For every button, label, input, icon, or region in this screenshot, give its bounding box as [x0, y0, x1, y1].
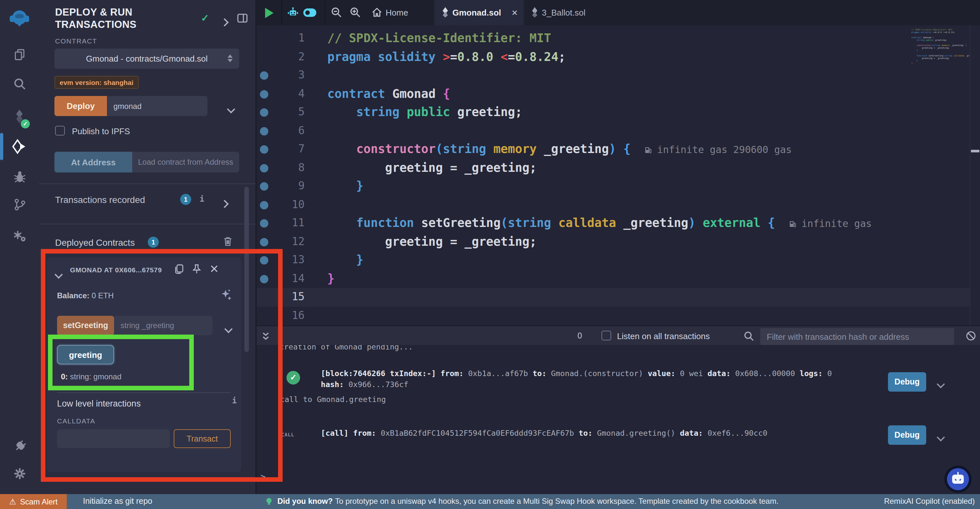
line-number[interactable]: 3 — [255, 66, 310, 85]
line-number[interactable]: 8 — [255, 158, 310, 177]
panel-scrollbar[interactable] — [244, 187, 249, 352]
code-line[interactable]: constructor(string memory _greeting) { i… — [327, 140, 872, 158]
terminal[interactable]: creation of Gmonad pending... ✓ [block:7… — [255, 345, 980, 494]
log-expand-icon[interactable] — [938, 377, 944, 390]
line-number[interactable]: 13 — [255, 251, 310, 270]
contract-select[interactable]: Gmonad - contracts/Gmonad.sol — [54, 49, 239, 69]
tx-log-entry[interactable]: [block:7646266 txIndex:-] from: 0xb1a...… — [321, 368, 891, 390]
close-tab-icon[interactable]: ✕ — [511, 8, 518, 18]
code-line[interactable] — [327, 196, 872, 214]
line-number[interactable]: 5 — [255, 103, 310, 121]
deploy-args-input[interactable] — [107, 96, 207, 116]
code-line[interactable]: // SPDX-License-Identifier: MIT — [327, 29, 872, 48]
line-number[interactable]: 14 — [255, 270, 310, 288]
minimap[interactable]: // SPDX-License-Identifier: MITpragma so… — [911, 29, 970, 73]
source-control-icon[interactable] — [0, 198, 39, 211]
settings-run-icon[interactable] — [0, 229, 39, 244]
clear-deployed-trash-icon[interactable] — [223, 236, 233, 246]
at-address-input[interactable] — [132, 152, 239, 172]
git-init-button[interactable]: Initialize as git repo — [83, 497, 152, 506]
file-explorer-icon[interactable] — [0, 48, 39, 62]
line-number[interactable]: 4 — [255, 85, 310, 103]
ai-robot-icon[interactable] — [287, 6, 299, 18]
line-number[interactable]: 10 — [255, 196, 310, 214]
code-line[interactable]: string public greeting; — [327, 103, 872, 121]
code-line[interactable]: } — [327, 177, 872, 196]
remove-contract-icon[interactable] — [210, 265, 218, 273]
remix-ai-assistant-button[interactable] — [944, 465, 972, 493]
code-line[interactable] — [327, 306, 872, 325]
setgreeting-expand-icon[interactable] — [226, 323, 231, 335]
contract-collapse-icon[interactable] — [56, 268, 62, 280]
terminal-prompt[interactable]: > — [261, 472, 266, 482]
panel-layout-icon[interactable] — [237, 14, 248, 23]
ai-sparkles-icon[interactable] — [220, 289, 232, 302]
run-script-play-icon[interactable] — [265, 8, 274, 18]
contract-label: CONTRACT — [55, 37, 97, 45]
code-line[interactable]: function setGreeting(string calldata _gr… — [327, 214, 872, 233]
pin-contract-icon[interactable] — [192, 264, 202, 274]
zoom-out-icon[interactable] — [331, 6, 342, 18]
low-level-info-icon[interactable]: i — [232, 396, 237, 405]
code-editor[interactable]: 1234567891011121314151617 // SPDX-Licens… — [255, 25, 980, 326]
calldata-input[interactable] — [57, 429, 170, 448]
line-number[interactable]: 6 — [255, 121, 310, 140]
remix-logo-icon[interactable] — [0, 8, 39, 30]
publish-ipfs-checkbox[interactable] — [55, 126, 65, 136]
tab-gmonad-sol[interactable]: Gmonad.sol ✕ — [434, 0, 524, 25]
transact-button[interactable]: Transact — [174, 429, 231, 448]
line-number[interactable]: 7 — [255, 140, 310, 158]
code-line[interactable]: greeting = _greeting; — [327, 233, 872, 251]
deploy-button[interactable]: Deploy — [54, 96, 107, 116]
search-icon[interactable] — [0, 77, 39, 91]
listen-checkbox[interactable] — [601, 331, 611, 340]
panel-collapse-icon[interactable] — [222, 16, 228, 28]
scam-alert-button[interactable]: ⚠Scam Alert — [0, 494, 67, 509]
listen-label[interactable]: Listen on all transactions — [617, 331, 710, 341]
deploy-run-icon[interactable] — [0, 139, 39, 154]
terminal-filter-input[interactable] — [760, 328, 954, 345]
setgreeting-input[interactable] — [114, 316, 213, 335]
line-number[interactable]: 16 — [255, 306, 310, 325]
code-content[interactable]: // SPDX-License-Identifier: MITpragma so… — [327, 29, 872, 326]
setgreeting-button[interactable]: setGreeting — [57, 316, 114, 335]
code-line[interactable]: } — [327, 251, 872, 270]
transactions-expand-icon[interactable] — [222, 198, 228, 209]
line-number[interactable]: 2 — [255, 48, 310, 66]
line-number[interactable]: 11 — [255, 214, 310, 233]
line-number[interactable]: 1 — [255, 29, 310, 48]
line-number[interactable]: 9 — [255, 177, 310, 196]
code-line[interactable]: pragma solidity >=0.8.0 <=0.8.24; — [327, 48, 872, 66]
call-log-entry[interactable]: [call] from: 0xB1aB62fdFC104512F594fCa0E… — [321, 429, 917, 438]
debug-button[interactable]: Debug — [888, 372, 926, 392]
tab-home[interactable]: Home — [386, 8, 408, 18]
copilot-status[interactable]: RemixAI Copilot (enabled) — [884, 497, 975, 506]
code-line[interactable] — [327, 66, 872, 85]
at-address-button[interactable]: At Address — [54, 152, 132, 172]
deploy-expand-icon[interactable] — [228, 103, 234, 115]
code-line[interactable] — [327, 288, 872, 306]
zoom-in-icon[interactable] — [349, 6, 361, 18]
transactions-info-icon[interactable]: i — [200, 195, 204, 204]
contract-instance-title[interactable]: GMONAD AT 0X606...67579 — [70, 266, 167, 274]
code-line[interactable]: contract Gmonad { — [327, 85, 872, 103]
debugger-icon[interactable] — [0, 170, 39, 183]
greeting-button[interactable]: greeting — [57, 345, 114, 364]
code-line[interactable] — [327, 121, 872, 140]
copilot-toggle-icon[interactable] — [303, 8, 316, 17]
copy-address-icon[interactable] — [174, 264, 184, 274]
code-line[interactable]: greeting = _greeting; — [327, 158, 872, 177]
solidity-compiler-icon[interactable] — [0, 109, 39, 123]
tab-3-ballot-sol[interactable]: 3_Ballot.sol — [524, 0, 608, 25]
home-icon[interactable] — [371, 7, 382, 18]
plugin-manager-icon[interactable] — [0, 439, 39, 454]
clear-console-icon[interactable] — [966, 331, 976, 341]
line-number[interactable]: 12 — [255, 233, 310, 251]
terminal-expand-icon[interactable] — [261, 331, 270, 341]
debug-button[interactable]: Debug — [888, 425, 926, 445]
code-line[interactable]: } — [327, 270, 872, 288]
settings-gear-icon[interactable] — [0, 467, 39, 480]
line-numbers[interactable]: 1234567891011121314151617 — [255, 29, 310, 326]
log-expand-icon[interactable] — [938, 431, 944, 443]
line-number[interactable]: 15 — [255, 288, 310, 306]
